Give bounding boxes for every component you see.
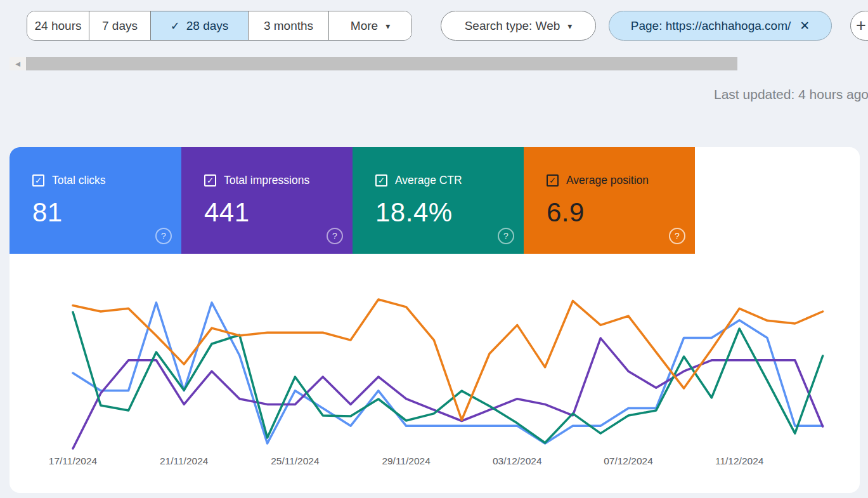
checkbox-total-clicks[interactable]: ✓ (32, 174, 44, 187)
x-axis-tick: 25/11/2024 (240, 455, 350, 467)
check-icon: ✓ (171, 19, 180, 33)
scrollbar-thumb[interactable] (26, 57, 737, 70)
help-icon[interactable]: ? (155, 228, 172, 244)
tab-label: 3 months (264, 19, 313, 33)
help-icon[interactable]: ? (327, 228, 343, 244)
metric-value: 81 (32, 197, 181, 228)
plus-icon: + (856, 16, 866, 36)
search-type-label: Search type: Web (465, 19, 560, 33)
page-filter-chip[interactable]: Page: https://achhahoga.com/ ✕ (609, 11, 832, 41)
performance-panel: ✓ Total clicks 81 ? ✓ Total impressions … (10, 147, 860, 493)
check-icon: ✓ (35, 176, 42, 185)
last-updated-text: Last updated: 4 hours ago (714, 87, 868, 102)
metric-value: 6.9 (547, 197, 695, 228)
checkbox-total-impressions[interactable]: ✓ (204, 174, 216, 187)
help-icon[interactable]: ? (669, 228, 685, 244)
date-range-control: ✓ 24 hours ✓ 7 days ✓ 28 days ✓ 3 months… (27, 11, 412, 41)
help-icon[interactable]: ? (498, 228, 514, 244)
search-type-dropdown[interactable]: Search type: Web ▾ (441, 11, 596, 41)
x-axis-tick: 29/11/2024 (351, 455, 462, 467)
tab-3-months[interactable]: ✓ 3 months (249, 11, 329, 40)
horizontal-scrollbar: ◀ (0, 57, 868, 70)
remove-filter-icon[interactable]: ✕ (800, 18, 810, 33)
tab-label: 7 days (102, 19, 138, 33)
metric-card-average-position[interactable]: ✓ Average position 6.9 ? (524, 147, 695, 254)
metric-value: 18.4% (375, 197, 524, 228)
scroll-left-button[interactable]: ◀ (10, 57, 26, 70)
x-axis-tick: 11/12/2024 (684, 455, 794, 467)
metric-label: Average position (566, 174, 649, 187)
metric-cards-row: ✓ Total clicks 81 ? ✓ Total impressions … (10, 147, 695, 254)
chevron-down-icon: ▾ (567, 21, 572, 31)
tab-label: More (351, 19, 378, 33)
check-icon: ✓ (207, 176, 214, 185)
tab-more-dates[interactable]: ✓ More ▾ (329, 11, 411, 40)
metric-card-average-ctr[interactable]: ✓ Average CTR 18.4% ? (353, 147, 524, 254)
metric-label: Average CTR (395, 174, 462, 187)
tab-label: 28 days (186, 19, 229, 33)
scroll-left-arrow-icon: ◀ (15, 60, 20, 67)
metric-label: Total clicks (52, 174, 106, 187)
x-axis-tick: 21/11/2024 (129, 455, 239, 467)
chevron-down-icon: ▾ (385, 21, 390, 31)
search-console-performance-page: { "header": { "last_updated": "Last upda… (0, 0, 868, 498)
x-axis-tick: 17/11/2024 (18, 455, 128, 467)
add-filter-button[interactable]: + (850, 11, 868, 41)
metric-label: Total impressions (224, 174, 309, 187)
tab-7-days[interactable]: ✓ 7 days (89, 11, 151, 40)
tab-28-days[interactable]: ✓ 28 days (151, 11, 249, 40)
metric-card-total-impressions[interactable]: ✓ Total impressions 441 ? (181, 147, 353, 254)
metric-card-total-clicks[interactable]: ✓ Total clicks 81 ? (10, 147, 181, 254)
tab-label: 24 hours (35, 19, 82, 33)
x-axis-tick: 07/12/2024 (573, 455, 683, 467)
check-icon: ✓ (378, 176, 385, 185)
page-filter-label: Page: https://achhahoga.com/ (631, 19, 791, 33)
x-axis-tick: 03/12/2024 (462, 455, 573, 467)
tab-24-hours[interactable]: ✓ 24 hours (27, 11, 89, 40)
checkbox-average-ctr[interactable]: ✓ (375, 174, 387, 187)
x-axis-labels: 17/11/2024 21/11/2024 25/11/2024 29/11/2… (10, 455, 860, 469)
check-icon: ✓ (549, 176, 556, 185)
checkbox-average-position[interactable]: ✓ (547, 174, 559, 187)
metric-value: 441 (204, 197, 353, 228)
